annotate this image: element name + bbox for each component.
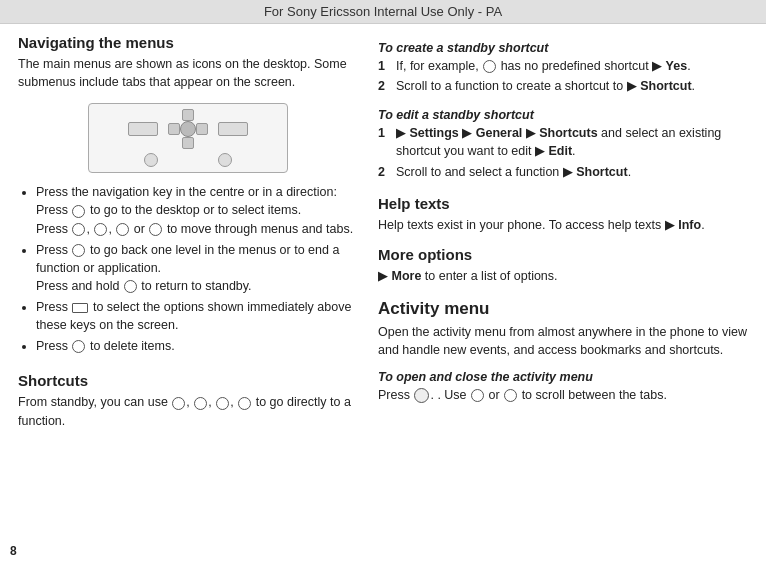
bullet-item-1: Press the navigation key in the centre o… xyxy=(36,183,358,237)
icon-right xyxy=(149,223,162,236)
icon-scroll-left xyxy=(471,389,484,402)
help-title: Help texts xyxy=(378,195,748,212)
create-shortcut-title: To create a standby shortcut xyxy=(378,41,748,55)
edit-item-1: 1 ▶ Settings ▶ General ▶ Shortcuts and s… xyxy=(378,124,748,160)
icon-up xyxy=(72,223,85,236)
activity-desc: Open the activity menu from almost anywh… xyxy=(378,323,748,359)
create-list: 1 If, for example, has no predefined sho… xyxy=(378,57,748,97)
press-label-5: Press xyxy=(36,339,71,353)
icon-sc3 xyxy=(216,397,229,410)
edit-shortcut-title: To edit a standby shortcut xyxy=(378,108,748,122)
create-item-2: 2 Scroll to a function to create a short… xyxy=(378,77,748,95)
icon-down xyxy=(94,223,107,236)
key-left-soft xyxy=(128,122,158,136)
right-column: To create a standby shortcut 1 If, for e… xyxy=(378,34,748,548)
shortcuts-title: Shortcuts xyxy=(18,372,358,389)
open-close-title: To open and close the activity menu xyxy=(378,370,748,384)
top-bar: For Sony Ericsson Internal Use Only - PA xyxy=(0,0,766,24)
dpad-top xyxy=(182,109,194,121)
press-label-3: Press xyxy=(36,243,71,257)
shortcuts-desc: From standby, you can use , , , to go di… xyxy=(18,393,358,429)
bullet-list: Press the navigation key in the centre o… xyxy=(36,183,358,358)
bullet-item-4: Press to delete items. xyxy=(36,337,358,355)
icon-left xyxy=(116,223,129,236)
key-right-soft xyxy=(218,122,248,136)
edit-list: 1 ▶ Settings ▶ General ▶ Shortcuts and s… xyxy=(378,124,748,182)
press-label-2: Press xyxy=(36,222,71,236)
icon-sc4 xyxy=(238,397,251,410)
icon-activity-btn xyxy=(414,388,429,403)
more-desc: ▶ More to enter a list of options. xyxy=(378,267,748,285)
main-title: Navigating the menus xyxy=(18,34,358,51)
icon-end xyxy=(124,280,137,293)
left-column: Navigating the menus The main menus are … xyxy=(18,34,358,548)
dpad-center xyxy=(180,121,196,137)
dpad-bottom xyxy=(182,137,194,149)
create-item-1: 1 If, for example, has no predefined sho… xyxy=(378,57,748,75)
press-label-4: Press xyxy=(36,300,71,314)
press-label-1: Press xyxy=(36,203,71,217)
icon-example xyxy=(483,60,496,73)
open-close-desc: Press . . Use or to scroll between the t… xyxy=(378,386,748,404)
dpad-right xyxy=(196,123,208,135)
icon-sc1 xyxy=(172,397,185,410)
icon-softkey xyxy=(72,303,88,313)
page-container: Navigating the menus The main menus are … xyxy=(0,24,766,558)
edit-item-2: 2 Scroll to and select a function ▶ Shor… xyxy=(378,163,748,181)
icon-scroll-right xyxy=(504,389,517,402)
icon-c xyxy=(72,340,85,353)
icon-back xyxy=(72,244,85,257)
more-title: More options xyxy=(378,246,748,263)
icon-center-key xyxy=(72,205,85,218)
keypad-illustration xyxy=(88,103,288,173)
key-back xyxy=(144,153,158,167)
main-desc: The main menus are shown as icons on the… xyxy=(18,55,358,91)
page-number: 8 xyxy=(10,544,17,558)
bullet-item-2: Press to go back one level in the menus … xyxy=(36,241,358,295)
bullet-item-3: Press to select the options shown immedi… xyxy=(36,298,358,334)
activity-title: Activity menu xyxy=(378,299,748,319)
key-dpad xyxy=(168,109,208,149)
key-c xyxy=(218,153,232,167)
dpad-left xyxy=(168,123,180,135)
icon-sc2 xyxy=(194,397,207,410)
help-desc: Help texts exist in your phone. To acces… xyxy=(378,216,748,234)
top-bar-text: For Sony Ericsson Internal Use Only - PA xyxy=(264,4,502,19)
